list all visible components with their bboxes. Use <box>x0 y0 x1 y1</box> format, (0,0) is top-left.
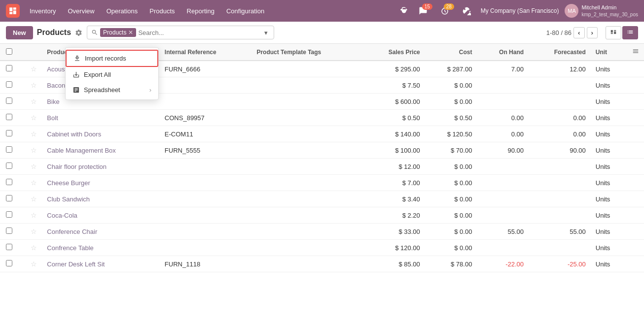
row-checkbox[interactable] <box>6 114 12 120</box>
row-star-cell[interactable]: ☆ <box>26 240 42 256</box>
star-icon[interactable]: ☆ <box>31 260 37 268</box>
row-checkbox[interactable] <box>6 195 12 201</box>
star-icon[interactable]: ☆ <box>31 228 37 235</box>
view-list-btn[interactable] <box>622 26 638 39</box>
row-product-name[interactable]: Coca-Cola <box>42 207 160 224</box>
view-kanban-btn[interactable] <box>606 26 621 39</box>
navbar: Inventory Overview Operations Products R… <box>0 0 644 22</box>
star-icon[interactable]: ☆ <box>31 81 37 89</box>
action-bar: New Products Products ✕ ▾ 1-80 / 86 ‹ › <box>0 22 644 44</box>
row-template-tags <box>251 256 363 272</box>
settings-icon[interactable] <box>74 28 83 37</box>
row-star-cell[interactable]: ☆ <box>26 61 42 77</box>
row-on-hand: 90.00 <box>477 142 529 159</box>
star-icon[interactable]: ☆ <box>31 98 37 105</box>
row-star-cell[interactable]: ☆ <box>26 159 42 175</box>
debug-icon-btn[interactable] <box>396 4 413 17</box>
timer-icon-btn[interactable]: 28 <box>436 4 453 17</box>
row-checkbox[interactable] <box>6 65 12 71</box>
row-actions <box>627 110 644 126</box>
row-star-cell[interactable]: ☆ <box>26 142 42 159</box>
filter-tag-products[interactable]: Products ✕ <box>100 28 136 37</box>
export-all-item[interactable]: Export All <box>66 67 158 82</box>
header-cost[interactable]: Cost <box>425 44 477 61</box>
star-icon[interactable]: ☆ <box>31 162 37 170</box>
row-star-cell[interactable]: ☆ <box>26 126 42 142</box>
row-star-cell[interactable]: ☆ <box>26 207 42 224</box>
star-icon[interactable]: ☆ <box>31 211 37 219</box>
row-star-cell[interactable]: ☆ <box>26 224 42 240</box>
row-star-cell[interactable]: ☆ <box>26 256 42 272</box>
import-records-label: Import records <box>85 55 126 62</box>
row-checkbox[interactable] <box>6 130 12 136</box>
row-checkbox[interactable] <box>6 81 12 88</box>
row-forecasted <box>529 94 591 110</box>
filter-tag-close[interactable]: ✕ <box>128 29 133 36</box>
row-star-cell[interactable]: ☆ <box>26 110 42 126</box>
row-checkbox[interactable] <box>6 146 12 153</box>
row-product-name[interactable]: Corner Desk Left Sit <box>42 256 160 272</box>
row-actions <box>627 224 644 240</box>
row-actions <box>627 207 644 224</box>
header-template-tags[interactable]: Product Template Tags <box>251 44 363 61</box>
star-icon[interactable]: ☆ <box>31 114 37 122</box>
row-star-cell[interactable]: ☆ <box>26 77 42 94</box>
row-star-cell[interactable]: ☆ <box>26 191 42 207</box>
row-product-name[interactable]: Cheese Burger <box>42 175 160 191</box>
nav-configuration[interactable]: Configuration <box>221 5 269 17</box>
row-checkbox[interactable] <box>6 211 12 218</box>
user-menu[interactable]: MA Mitchell Admin kmp_2_test_may_30_pos <box>565 4 638 18</box>
row-product-name[interactable]: Confrence Table <box>42 240 160 256</box>
nav-overview[interactable]: Overview <box>63 5 99 17</box>
star-icon[interactable]: ☆ <box>31 195 37 203</box>
row-checkbox[interactable] <box>6 162 12 169</box>
nav-products[interactable]: Products <box>144 5 179 17</box>
new-button[interactable]: New <box>6 26 33 39</box>
chat-icon-btn[interactable]: 15 <box>415 4 431 17</box>
row-product-name[interactable]: Chair floor protection <box>42 159 160 175</box>
star-icon[interactable]: ☆ <box>31 130 37 138</box>
nav-reporting[interactable]: Reporting <box>182 5 219 17</box>
row-product-name[interactable]: Cabinet with Doors <box>42 126 160 142</box>
header-internal-ref[interactable]: Internal Reference <box>160 44 252 61</box>
row-cost: $ 287.00 <box>425 61 477 77</box>
row-template-tags <box>251 240 363 256</box>
app-logo[interactable] <box>6 4 20 18</box>
nav-inventory[interactable]: Inventory <box>25 5 61 17</box>
page-title: Products <box>37 28 83 37</box>
row-product-name[interactable]: Club Sandwich <box>42 191 160 207</box>
row-sales-price: $ 0.50 <box>363 110 425 126</box>
row-product-name[interactable]: Conference Chair <box>42 224 160 240</box>
row-checkbox[interactable] <box>6 228 12 234</box>
row-product-name[interactable]: Cable Management Box <box>42 142 160 159</box>
row-product-name[interactable]: Bolt <box>42 110 160 126</box>
row-star-cell[interactable]: ☆ <box>26 94 42 110</box>
header-on-hand[interactable]: On Hand <box>477 44 529 61</box>
star-icon[interactable]: ☆ <box>31 65 37 73</box>
row-checkbox[interactable] <box>6 179 12 185</box>
header-settings[interactable] <box>627 44 644 61</box>
pagination-prev[interactable]: ‹ <box>573 27 584 38</box>
row-forecasted <box>529 240 591 256</box>
nav-operations[interactable]: Operations <box>102 5 143 17</box>
search-dropdown-btn[interactable]: ▾ <box>262 29 270 36</box>
row-actions <box>627 61 644 77</box>
row-cost: $ 0.00 <box>425 175 477 191</box>
row-star-cell[interactable]: ☆ <box>26 175 42 191</box>
star-icon[interactable]: ☆ <box>31 179 37 187</box>
star-icon[interactable]: ☆ <box>31 146 37 154</box>
row-checkbox[interactable] <box>6 260 12 266</box>
header-sales-price[interactable]: Sales Price <box>363 44 425 61</box>
search-input[interactable] <box>138 29 260 36</box>
select-all-checkbox[interactable] <box>6 48 12 55</box>
row-sales-price: $ 120.00 <box>363 240 425 256</box>
header-unit[interactable]: Unit <box>591 44 627 61</box>
header-forecasted[interactable]: Forecasted <box>529 44 591 61</box>
star-icon[interactable]: ☆ <box>31 244 37 252</box>
import-records-item[interactable]: Import records <box>66 50 158 67</box>
wrench-icon-btn[interactable] <box>458 4 475 17</box>
spreadsheet-item[interactable]: Spreadsheet › <box>66 82 158 98</box>
row-checkbox[interactable] <box>6 98 12 104</box>
row-checkbox[interactable] <box>6 244 12 250</box>
pagination-next[interactable]: › <box>587 27 598 38</box>
